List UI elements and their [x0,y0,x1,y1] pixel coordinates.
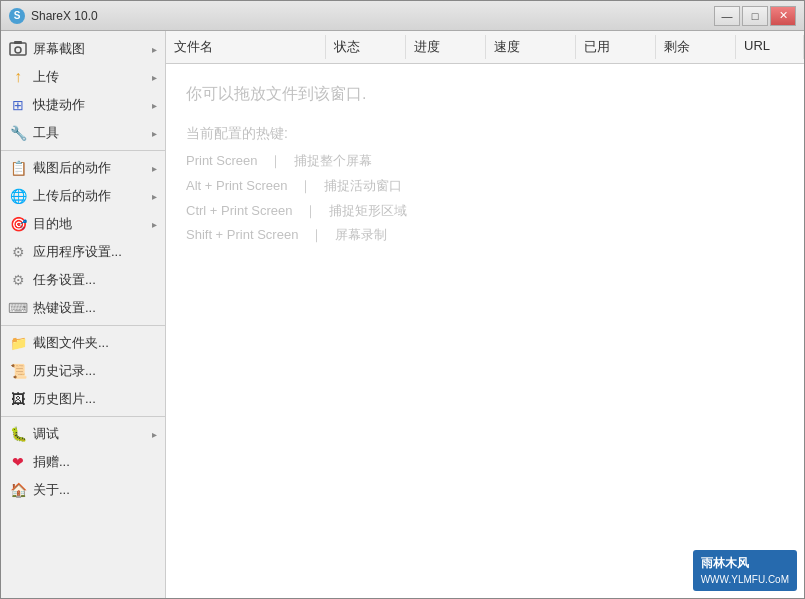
hotkey-action-1: 捕捉活动窗口 [324,178,402,193]
hotkeys-title: 当前配置的热键: [186,125,784,143]
screenshotfolder-icon: 📁 [9,334,27,352]
hotkeys-section: 当前配置的热键: Print Screen ｜ 捕捉整个屏幕Alt + Prin… [186,125,784,250]
aftercapture-arrow-icon: ▸ [152,163,157,174]
sidebar-label-afterupload: 上传后的动作 [33,187,146,205]
sidebar-label-about: 关于... [33,481,157,499]
aftercapture-icon: 📋 [9,159,27,177]
sidebar-label-debug: 调试 [33,425,146,443]
watermark-line1: 雨林木风 [701,554,789,572]
title-controls: — □ ✕ [714,6,796,26]
main-content: 屏幕截图▸↑上传▸⊞快捷动作▸🔧工具▸📋截图后的动作▸🌐上传后的动作▸🎯目的地▸… [1,31,804,598]
sidebar-label-destination: 目的地 [33,215,146,233]
sidebar-item-aftercapture[interactable]: 📋截图后的动作▸ [1,154,165,182]
about-icon: 🏠 [9,481,27,499]
screenshot-arrow-icon: ▸ [152,44,157,55]
title-bar-left: S ShareX 10.0 [9,8,98,24]
destination-icon: 🎯 [9,215,27,233]
sidebar-item-hotkeysettings[interactable]: ⌨热键设置... [1,294,165,322]
sidebar-item-tools[interactable]: 🔧工具▸ [1,119,165,147]
col-header-已用: 已用 [576,35,656,59]
debug-icon: 🐛 [9,425,27,443]
hotkey-key-2: Ctrl + Print Screen [186,203,293,218]
hotkey-key-0: Print Screen [186,153,258,168]
hotkey-row-3: Shift + Print Screen ｜ 屏幕录制 [186,225,784,246]
sidebar-item-imagegallery[interactable]: 🖼历史图片... [1,385,165,413]
col-header-URL: URL [736,35,804,59]
hotkey-sep-2: ｜ [301,203,321,218]
col-header-剩余: 剩余 [656,35,736,59]
col-header-速度: 速度 [486,35,576,59]
sidebar-item-debug[interactable]: 🐛调试▸ [1,420,165,448]
debug-arrow-icon: ▸ [152,429,157,440]
upload-arrow-icon: ▸ [152,72,157,83]
hotkey-sep-1: ｜ [296,178,316,193]
tools-icon: 🔧 [9,124,27,142]
hotkey-sep-3: ｜ [306,227,326,242]
hotkey-sep-0: ｜ [266,153,286,168]
sidebar-item-tasksettings[interactable]: ⚙任务设置... [1,266,165,294]
tools-arrow-icon: ▸ [152,128,157,139]
sidebar-item-appsettings[interactable]: ⚙应用程序设置... [1,238,165,266]
quickactions-icon: ⊞ [9,96,27,114]
sidebar-label-aftercapture: 截图后的动作 [33,159,146,177]
sidebar-item-quickactions[interactable]: ⊞快捷动作▸ [1,91,165,119]
col-header-状态: 状态 [326,35,406,59]
hotkey-row-0: Print Screen ｜ 捕捉整个屏幕 [186,151,784,172]
close-button[interactable]: ✕ [770,6,796,26]
sidebar-label-screenshotfolder: 截图文件夹... [33,334,157,352]
hotkeys-list: Print Screen ｜ 捕捉整个屏幕Alt + Print Screen … [186,151,784,246]
upload-icon: ↑ [9,68,27,86]
sidebar-label-history: 历史记录... [33,362,157,380]
sidebar-label-hotkeysettings: 热键设置... [33,299,157,317]
sidebar-item-upload[interactable]: ↑上传▸ [1,63,165,91]
quickactions-arrow-icon: ▸ [152,100,157,111]
screenshot-icon [9,40,27,58]
sidebar: 屏幕截图▸↑上传▸⊞快捷动作▸🔧工具▸📋截图后的动作▸🌐上传后的动作▸🎯目的地▸… [1,31,166,598]
sidebar-label-appsettings: 应用程序设置... [33,243,157,261]
drop-text: 你可以拖放文件到该窗口. [186,84,784,105]
imagegallery-icon: 🖼 [9,390,27,408]
donate-icon: ❤ [9,453,27,471]
sidebar-item-about[interactable]: 🏠关于... [1,476,165,504]
svg-rect-1 [14,41,22,44]
col-header-进度: 进度 [406,35,486,59]
sidebar-label-screenshot: 屏幕截图 [33,40,146,58]
hotkey-key-1: Alt + Print Screen [186,178,288,193]
sidebar-label-tools: 工具 [33,124,146,142]
sidebar-label-quickactions: 快捷动作 [33,96,146,114]
sidebar-label-tasksettings: 任务设置... [33,271,157,289]
sidebar-item-donate[interactable]: ❤捐赠... [1,448,165,476]
sidebar-label-donate: 捐赠... [33,453,157,471]
sidebar-item-afterupload[interactable]: 🌐上传后的动作▸ [1,182,165,210]
tasksettings-icon: ⚙ [9,271,27,289]
window-title: ShareX 10.0 [31,9,98,23]
svg-point-2 [15,47,21,53]
sidebar-label-imagegallery: 历史图片... [33,390,157,408]
sidebar-label-upload: 上传 [33,68,146,86]
table-header: 文件名状态进度速度已用剩余URL [166,31,804,64]
watermark-line2: WWW.YLMFU.CoM [701,572,789,587]
sidebar-item-screenshot[interactable]: 屏幕截图▸ [1,35,165,63]
sidebar-item-screenshotfolder[interactable]: 📁截图文件夹... [1,329,165,357]
app-icon: S [9,8,25,24]
hotkey-row-1: Alt + Print Screen ｜ 捕捉活动窗口 [186,176,784,197]
hotkey-row-2: Ctrl + Print Screen ｜ 捕捉矩形区域 [186,201,784,222]
sidebar-item-history[interactable]: 📜历史记录... [1,357,165,385]
sidebar-divider [1,325,165,326]
col-header-文件名: 文件名 [166,35,326,59]
destination-arrow-icon: ▸ [152,219,157,230]
sidebar-item-destination[interactable]: 🎯目的地▸ [1,210,165,238]
afterupload-arrow-icon: ▸ [152,191,157,202]
empty-area[interactable]: 你可以拖放文件到该窗口. 当前配置的热键: Print Screen ｜ 捕捉整… [166,64,804,598]
hotkeysettings-icon: ⌨ [9,299,27,317]
hotkey-action-2: 捕捉矩形区域 [329,203,407,218]
sidebar-divider [1,150,165,151]
title-bar: S ShareX 10.0 — □ ✕ [1,1,804,31]
minimize-button[interactable]: — [714,6,740,26]
hotkey-action-3: 屏幕录制 [335,227,387,242]
maximize-button[interactable]: □ [742,6,768,26]
right-panel: 文件名状态进度速度已用剩余URL 你可以拖放文件到该窗口. 当前配置的热键: P… [166,31,804,598]
hotkey-key-3: Shift + Print Screen [186,227,298,242]
afterupload-icon: 🌐 [9,187,27,205]
appsettings-icon: ⚙ [9,243,27,261]
